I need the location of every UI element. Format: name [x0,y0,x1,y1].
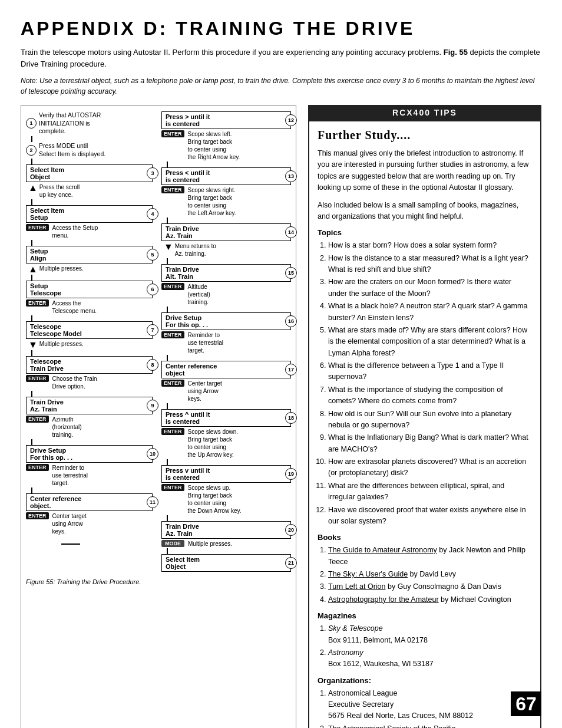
enter-btn-19: ENTER [161,484,184,491]
orgs-title: Organizations: [318,676,532,685]
magazines-list: Sky & TelescopeBox 9111, Belmont, MA 021… [328,623,532,670]
list-item: What are the differences between ellipti… [328,480,532,503]
list-item: What is the difference between a Type 1 … [328,360,532,383]
flow-step-20: Train DriveAz. Train 20 MODE Multiple pr… [161,521,291,548]
flow-step-16: Drive SetupFor this op. . . 16 ENTER Rem… [161,312,291,354]
flow-left-col: 1 Verify that AUTOSTARINITIALIZATION isc… [26,111,153,572]
rcx-para2: Also included below is a small sampling … [318,200,532,223]
flow-right-col: Press > until itis centered 12 ENTER Sco… [153,111,291,572]
topics-title: Topics [318,228,532,237]
topics-list: How is a star born? How does a solar sys… [328,240,532,527]
magazines-title: Magazines [318,611,532,620]
figure-caption: Figure 55: Training the Drive Procedure. [26,578,291,585]
flow-step-10: Drive SetupFor this op. . . 10 ENTER Rem… [26,445,153,487]
enter-btn-10: ENTER [26,464,49,471]
rcx-header: RCX400 TIPS [308,105,541,120]
enter-btn-13: ENTER [161,186,184,193]
note-text: Note: Use a terrestrial object, such as … [21,75,541,97]
list-item: How is a star born? How does a solar sys… [328,240,532,251]
list-item: How old is our Sun? Will our Sun evolve … [328,409,532,431]
enter-btn-18: ENTER [161,428,184,435]
mode-btn-20: MODE [161,540,184,547]
list-item: Have we discovered proof that water exis… [328,505,532,528]
flow-step-19: Press v until itis centered 19 ENTER Sco… [161,465,291,515]
books-title: Books [318,533,532,542]
flow-step-2: 2 Press MODE untilSelect Item is display… [26,142,153,158]
flow-step-18: Press ^ until itis centered 18 ENTER Sco… [161,409,291,459]
rcx-panel: RCX400 TIPS Further Study.... This manua… [308,105,541,728]
flow-step-3: Select ItemObject 3 ▲ Press the scrollup… [26,164,153,199]
list-item: What is the Inflationary Big Bang? What … [328,432,532,455]
rcx-para1: This manual gives only the briefest intr… [318,148,532,194]
list-item: AstronomyBox 1612, Waukesha, WI 53187 [328,647,532,670]
flow-step-21: Select ItemObject 21 [161,554,291,572]
enter-btn-6: ENTER [26,299,49,307]
orgs-list: Astronomical LeagueExecutive Secretary56… [328,688,532,728]
flow-step-5: SetupAlign 5 ▲ Multiple presses. [26,246,153,274]
flowchart: 1 Verify that AUTOSTARINITIALIZATION isc… [21,105,296,728]
list-item: Astrophotography for the Amateur by Mich… [328,594,532,605]
page-number: 67 [511,691,541,716]
enter-btn-4: ENTER [26,224,49,231]
rcx-title: Further Study.... [318,129,532,142]
list-item: Sky & TelescopeBox 9111, Belmont, MA 021… [328,623,532,646]
enter-btn-11: ENTER [26,512,49,519]
list-item: How are extrasolar planets discovered? W… [328,456,532,479]
flow-step-8: TelescopeTrain Drive 8 ENTER Choose the … [26,356,153,390]
list-item: What is a black hole? A neutron star? A … [328,301,532,324]
flow-step-4: Select ItemSetup 4 ENTER Access the Setu… [26,205,153,239]
step-num-1: 1 [26,118,37,129]
enter-btn-16: ENTER [161,331,184,338]
enter-btn-8: ENTER [26,375,49,382]
flow-step-15: Train DriveAlt. Train 15 ENTER Altitude(… [161,264,291,306]
enter-btn-17: ENTER [161,380,184,387]
flow-step-6: SetupTelescope 6 ENTER Access theTelesco… [26,281,153,315]
flow-step-17: Center referenceobject 17 ENTER Center t… [161,361,291,403]
enter-btn-12: ENTER [161,130,184,137]
flow-step-12: Press > until itis centered 12 ENTER Sco… [161,111,291,161]
list-item: The Sky: A User's Guide by David Levy [328,569,532,580]
list-item: Astronomical LeagueExecutive Secretary56… [328,688,532,722]
step-num-2: 2 [26,145,37,156]
list-item: Turn Left at Orion by Guy Consolmagno & … [328,581,532,592]
list-item: What are stars made of? Why are stars di… [328,325,532,359]
flow-step-1: 1 Verify that AUTOSTARINITIALIZATION isc… [26,111,153,136]
flow-step-13: Press < until itis centered 13 ENTER Sco… [161,167,291,217]
enter-btn-15: ENTER [161,283,184,290]
list-item: How are the craters on our Moon formed? … [328,276,532,299]
rcx-content: Further Study.... This manual gives only… [308,120,541,728]
books-list: The Guide to Amateur Astronomy by Jack N… [328,545,532,605]
list-item: What is the importance of studying the c… [328,384,532,407]
flow-step-9: Train DriveAz. Train 9 ENTER Azimuth(hor… [26,397,153,439]
list-item: The Astronomical Society of the Pacific3… [328,723,532,728]
intro-text: Train the telescope motors using Autosta… [21,47,541,70]
flow-step-14: Train DriveAz. Train 14 ▼ Menu returns t… [161,223,291,258]
page-title: APPENDIX D: TRAINING THE DRIVE [21,18,541,39]
list-item: How is the distance to a star measured? … [328,253,532,276]
flow-step-7: TelescopeTelescope Model 7 ▼ Multiple pr… [26,321,153,350]
enter-btn-9: ENTER [26,416,49,423]
flow-step-11: Center referenceobject. 11 ENTER Center … [26,493,153,535]
list-item: The Guide to Amateur Astronomy by Jack N… [328,545,532,568]
